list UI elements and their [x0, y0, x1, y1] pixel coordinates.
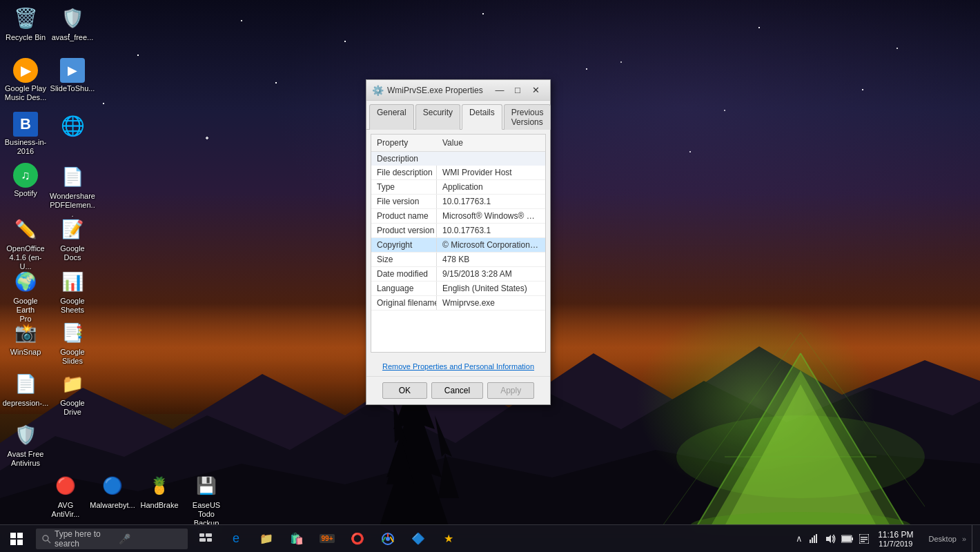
google-sheets-label: Google Sheets [51, 297, 94, 315]
network-icon [808, 534, 819, 544]
show-hidden-tray-button[interactable]: ∧ [794, 525, 805, 553]
desktop-label-text: Desktop [925, 535, 961, 543]
action-center-tray-icon[interactable] [857, 525, 871, 553]
svg-rect-39 [861, 537, 868, 538]
details-row-type[interactable]: Type Application [371, 180, 545, 195]
details-row-language[interactable]: Language English (United States) [371, 282, 545, 296]
ok-button[interactable]: OK [382, 382, 427, 399]
desktop-icon-winsnap[interactable]: 📸 WinSnap [1, 316, 50, 359]
desktop-icon-google-drive[interactable]: 📁 Google Drive [48, 367, 97, 420]
val-copyright: © Microsoft Corporation. All rights rese… [437, 238, 545, 252]
desktop-icon-google-sheets[interactable]: 📊 Google Sheets [48, 265, 97, 317]
clock-time: 11:16 PM [878, 530, 913, 540]
handbrake-icon: 🍍 [146, 472, 173, 500]
apply-button[interactable]: Apply [487, 382, 534, 399]
network-tray-icon[interactable] [806, 525, 821, 553]
val-type: Application [437, 180, 545, 194]
details-row-product-version[interactable]: Product version 10.0.17763.1 [371, 224, 545, 238]
chrome-button[interactable] [373, 525, 403, 553]
desktop-icon-handbrake[interactable]: 🍍 HandBrake [135, 469, 184, 513]
details-row-copyright[interactable]: Copyright © Microsoft Corporation. All r… [371, 238, 545, 253]
store-icon: 🛍️ [290, 532, 304, 545]
desktop-icon-avast-antivirus[interactable]: 🛡️ Avast Free Antivirus [1, 418, 50, 471]
business-icon: B [13, 112, 38, 137]
svg-rect-33 [816, 534, 817, 543]
val-date-modified: 9/15/2018 3:28 AM [437, 267, 545, 281]
details-row-file-version[interactable]: File version 10.0.17763.1 [371, 195, 545, 209]
desktop-icon-google-docs[interactable]: 📝 Google Docs [48, 213, 97, 265]
spotify-icon: ♫ [13, 163, 38, 188]
google-sheets-icon: 📊 [59, 268, 86, 295]
dialog-maximize-btn[interactable]: □ [509, 81, 527, 99]
details-row-product-name[interactable]: Product name Microsoft® Windows® Operati… [371, 209, 545, 224]
task-view-button[interactable] [190, 525, 221, 553]
desktop-icon-slidetoshu[interactable]: ▶ SlideToShu... [48, 55, 97, 96]
tab-details[interactable]: Details [462, 104, 502, 130]
desktop-label-area[interactable]: Desktop » [921, 525, 970, 553]
google-earth-icon: 🌍 [12, 268, 39, 295]
taskbar: Type here to search 🎤 e 📁 🛍️ 99+ ⭕ [0, 524, 980, 552]
desktop-icon-business[interactable]: B Business-in-2016 [1, 109, 50, 159]
edge-browser-button[interactable]: e [221, 525, 251, 553]
clock-date: 11/7/2019 [879, 540, 912, 548]
svg-point-26 [386, 537, 390, 541]
remove-properties-link[interactable]: Remove Properties and Personal Informati… [366, 357, 550, 376]
depression-label: depression-... [3, 399, 49, 408]
details-table-header: Property Value [371, 135, 545, 152]
unknown1-button[interactable]: 🔷 [403, 525, 433, 553]
desktop-icon-spotify[interactable]: ♫ Spotify [1, 160, 50, 201]
val-product-version: 10.0.17763.1 [437, 224, 545, 237]
tab-general[interactable]: General [369, 104, 414, 130]
edge-icon: e [233, 531, 239, 546]
dialog-title-text: WmiPrvSE.exe Properties [387, 86, 491, 95]
details-row-original-filename[interactable]: Original filename Wmiprvse.exe [371, 296, 545, 310]
svg-rect-23 [199, 538, 206, 542]
svg-line-20 [48, 540, 50, 543]
google-slides-icon: 📑 [59, 319, 86, 346]
file-explorer-icon: 📁 [259, 532, 273, 545]
desktop-icon-depression[interactable]: 📄 depression-... [1, 367, 50, 411]
dialog-minimize-btn[interactable]: — [491, 81, 509, 99]
winsnap-label: WinSnap [10, 348, 41, 357]
volume-tray-icon[interactable] [823, 525, 838, 553]
details-row-file-description[interactable]: File description WMI Provider Host [371, 166, 545, 180]
desktop-icon-recycle-bin[interactable]: 🗑️ Recycle Bin [1, 1, 50, 45]
google-drive-label: Google Drive [51, 399, 94, 417]
openoffice-icon: ✏️ [12, 215, 39, 243]
unknown2-button[interactable]: ★ [433, 525, 464, 553]
tab-previous-versions[interactable]: Previous Versions [504, 104, 551, 130]
file-explorer-button[interactable]: 📁 [251, 525, 282, 553]
svg-marker-34 [826, 535, 831, 543]
desktop-icon-avg[interactable]: 🔴 AVG AntiVir... [41, 469, 90, 522]
start-button[interactable] [0, 525, 33, 553]
google-docs-icon: 📝 [59, 215, 86, 243]
desktop-icon-google-slides[interactable]: 📑 Google Slides [48, 316, 97, 368]
store-button[interactable]: 🛍️ [282, 525, 312, 553]
desktop-icon-ie[interactable]: 🌐 [48, 109, 97, 144]
dialog-buttons: OK Cancel Apply [366, 376, 550, 404]
search-bar[interactable]: Type here to search 🎤 [36, 529, 188, 549]
tab-security[interactable]: Security [415, 104, 460, 130]
details-row-size[interactable]: Size 478 KB [371, 253, 545, 267]
svg-rect-18 [17, 540, 23, 545]
cancel-button[interactable]: Cancel [431, 382, 483, 399]
val-file-version: 10.0.17763.1 [437, 195, 545, 208]
google-play-music-label: Google Play Music Des... [4, 84, 47, 102]
desktop-icon-google-play-music[interactable]: ▶ Google Play Music Des... [1, 55, 50, 105]
battery-tray-icon[interactable] [839, 525, 856, 553]
prop-copyright: Copyright [371, 238, 437, 252]
svg-rect-30 [810, 540, 811, 543]
val-file-description: WMI Provider Host [437, 166, 545, 179]
opera-button[interactable]: ⭕ [342, 525, 373, 553]
desktop-icon-malwarebytes[interactable]: 🔵 Malwarebyt... [88, 469, 137, 513]
details-row-date-modified[interactable]: Date modified 9/15/2018 3:28 AM [371, 267, 545, 282]
system-clock[interactable]: 11:16 PM 11/7/2019 [872, 525, 919, 553]
chevron-up-icon: ∧ [796, 533, 803, 544]
svg-rect-41 [861, 541, 865, 542]
desktop-show-button[interactable] [972, 525, 977, 553]
desktop-icon-avast[interactable]: 🛡️ avast_free... [48, 1, 97, 45]
prop-product-version: Product version [371, 224, 437, 237]
dialog-titlebar[interactable]: ⚙️ WmiPrvSE.exe Properties — □ ✕ [366, 80, 550, 101]
citrix-button[interactable]: 99+ [312, 525, 342, 553]
dialog-close-btn[interactable]: ✕ [527, 81, 545, 99]
